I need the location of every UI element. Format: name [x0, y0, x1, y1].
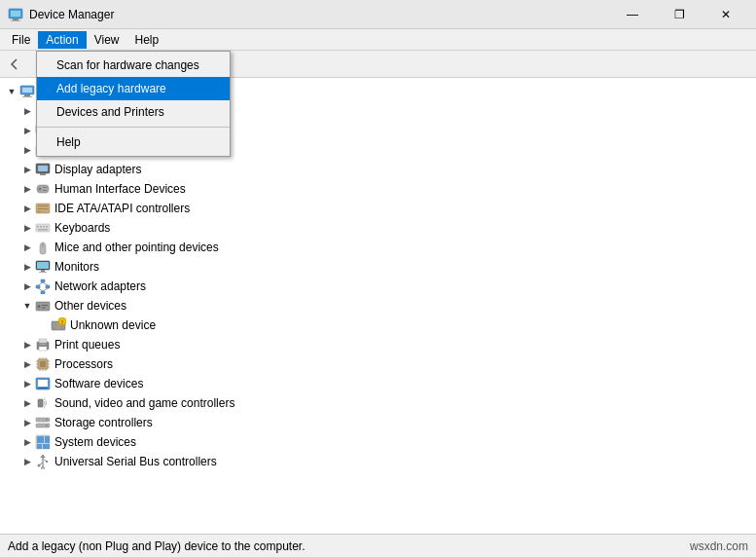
- svg-point-56: [38, 305, 41, 308]
- print-expand-icon: ▶: [19, 337, 35, 353]
- svg-rect-11: [24, 94, 30, 96]
- tree-usb[interactable]: ▶ Universal Serial Bus controllers: [0, 452, 756, 471]
- hid-icon: [35, 181, 51, 197]
- svg-rect-10: [22, 88, 32, 93]
- usb-expand-icon: ▶: [19, 454, 35, 469]
- tree-storage[interactable]: ▶ Storage controllers: [0, 413, 756, 432]
- svg-rect-48: [36, 285, 40, 288]
- svg-point-42: [42, 244, 44, 246]
- close-button[interactable]: ✕: [703, 0, 748, 29]
- system-expand-icon: ▶: [19, 434, 35, 450]
- svg-rect-57: [42, 305, 48, 306]
- tree-sound[interactable]: ▶ Sound, video and game controllers: [0, 393, 756, 413]
- minimize-button[interactable]: —: [610, 0, 655, 29]
- tree-other-devices[interactable]: ▼ Other devices: [0, 296, 756, 316]
- tree-ide[interactable]: ▶ IDE ATA/ATAPI controllers: [0, 199, 756, 218]
- svg-rect-2: [13, 19, 18, 20]
- menu-file[interactable]: File: [4, 31, 38, 49]
- svg-rect-37: [40, 226, 42, 228]
- svg-rect-45: [41, 270, 45, 272]
- software-label: Software devices: [54, 377, 143, 390]
- svg-rect-84: [38, 399, 43, 407]
- tree-keyboards[interactable]: ▶ Keyboards: [0, 218, 756, 238]
- display-label: Display adapters: [54, 163, 141, 176]
- svg-rect-26: [40, 173, 46, 175]
- ide-expand-icon: ▶: [19, 201, 35, 216]
- svg-rect-95: [46, 461, 48, 463]
- toolbar-back[interactable]: [4, 54, 27, 75]
- mice-label: Mice and other pointing devices: [54, 241, 219, 254]
- menu-help[interactable]: Help: [127, 31, 167, 49]
- unknown-device-icon: ! !: [51, 317, 66, 333]
- tree-processors[interactable]: ▶ Processors: [0, 354, 756, 374]
- hid-expand-icon: ▶: [19, 181, 35, 197]
- monitors-expand-icon: ▶: [19, 259, 35, 275]
- display-icon: [35, 162, 51, 177]
- svg-rect-3: [11, 20, 20, 21]
- dropdown-help[interactable]: Help: [37, 130, 230, 154]
- tree-monitors[interactable]: ▶ Monitors: [0, 257, 756, 277]
- svg-rect-49: [46, 285, 50, 288]
- storage-expand-icon: ▶: [19, 415, 35, 430]
- svg-rect-32: [38, 205, 48, 206]
- svg-text:!: !: [61, 319, 63, 325]
- tree-display-adapters[interactable]: ▶ Display adapters: [0, 160, 756, 179]
- print-label: Print queues: [54, 338, 120, 352]
- window-controls: — ❐ ✕: [610, 0, 748, 29]
- svg-rect-66: [40, 344, 46, 345]
- dropdown-scan-hardware[interactable]: Scan for hardware changes: [37, 54, 230, 77]
- svg-rect-33: [38, 208, 48, 209]
- svg-point-87: [46, 419, 48, 421]
- menu-action[interactable]: Action: [38, 31, 86, 49]
- svg-rect-40: [38, 229, 48, 231]
- window-title: Device Manager: [29, 8, 610, 21]
- tree-print-queues[interactable]: ▶ Print queues: [0, 335, 756, 354]
- processors-expand-icon: ▶: [19, 356, 35, 372]
- monitors-label: Monitors: [54, 260, 99, 274]
- restore-button[interactable]: ❐: [657, 0, 702, 29]
- mouse-icon: [35, 240, 51, 255]
- svg-rect-35: [36, 224, 50, 232]
- keyboards-label: Keyboards: [54, 221, 110, 235]
- svg-line-52: [43, 282, 48, 285]
- svg-point-97: [38, 464, 41, 467]
- svg-point-28: [39, 188, 42, 191]
- keyboards-expand-icon: ▶: [19, 220, 35, 236]
- svg-rect-58: [42, 308, 46, 309]
- hid-label: Human Interface Devices: [54, 182, 186, 196]
- usb-label: Universal Serial Bus controllers: [54, 455, 217, 468]
- sound-icon: [35, 395, 51, 411]
- svg-rect-38: [43, 226, 45, 228]
- tree-hid[interactable]: ▶ Human Interface Devices: [0, 179, 756, 199]
- other-devices-icon: [35, 298, 51, 314]
- ide-label: IDE ATA/ATAPI controllers: [54, 202, 190, 215]
- sound-label: Sound, video and game controllers: [54, 396, 234, 410]
- dropdown-devices-printers[interactable]: Devices and Printers: [37, 100, 230, 124]
- svg-line-51: [38, 282, 43, 285]
- svg-rect-44: [37, 262, 49, 269]
- keyboard-icon: [35, 220, 51, 236]
- svg-rect-91: [45, 436, 50, 443]
- svg-rect-68: [40, 361, 46, 367]
- network-label: Network adapters: [54, 279, 146, 293]
- software-expand-icon: ▶: [19, 376, 35, 391]
- dropdown-add-legacy[interactable]: Add legacy hardware: [37, 77, 230, 100]
- processors-label: Processors: [54, 357, 113, 371]
- computer-icon: [19, 84, 35, 99]
- menu-view[interactable]: View: [87, 31, 127, 49]
- ide-icon: [35, 201, 51, 216]
- tree-network[interactable]: ▶ Network adapters: [0, 277, 756, 296]
- title-bar: Device Manager — ❐ ✕: [0, 0, 756, 29]
- tree-mice[interactable]: ▶ Mice and other pointing devices: [0, 238, 756, 257]
- tree-unknown-device[interactable]: ! ! Unknown device: [0, 316, 756, 335]
- tree-software-devices[interactable]: ▶ Software devices: [0, 374, 756, 393]
- display-expand-icon: ▶: [19, 162, 35, 177]
- system-label: System devices: [54, 435, 136, 449]
- svg-rect-29: [43, 187, 47, 188]
- tree-system-devices[interactable]: ▶ System devices: [0, 432, 756, 452]
- svg-rect-30: [43, 190, 47, 191]
- mice-expand-icon: ▶: [19, 240, 35, 255]
- storage-label: Storage controllers: [54, 416, 153, 429]
- svg-rect-92: [37, 444, 42, 449]
- svg-point-88: [46, 425, 48, 427]
